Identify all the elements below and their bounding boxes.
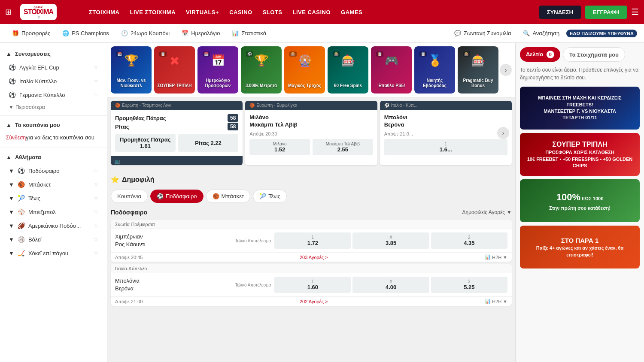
- popular-markets-button[interactable]: Δημοφιλείς Αγορές ▼: [462, 209, 512, 215]
- team2-name-3: Βερόνα: [384, 121, 404, 128]
- chevron-down-icon-hockey: ▼: [9, 250, 14, 256]
- nav-virtuals[interactable]: VIRTUALS+: [186, 9, 219, 15]
- carousel-emoji-5: 🎡: [298, 54, 312, 67]
- nav-live-casino[interactable]: LIVE CASINO: [293, 9, 331, 15]
- sidebar-sport-american-football[interactable]: ▼ 🏈 Αμερικάνικο Ποδόσ... ☆: [0, 219, 107, 232]
- promo-banner-para1[interactable]: ΣΤΟ ΠΑΡΑ 1 Παίξε 4+ αγώνες και αν χάσεις…: [520, 226, 640, 268]
- sidebar-more[interactable]: ▼ Περισσότερα: [0, 102, 107, 113]
- carousel-card-bg-8: 📋 🏅 Νικητής Εβδομάδας: [414, 46, 455, 94]
- sidebar-sport-hockey[interactable]: ▼ 🏒 Χόκεϊ επί πάγου ☆: [0, 246, 107, 260]
- login-button[interactable]: ΣΥΝΔΕΣΗ: [539, 6, 581, 19]
- promo-banner-super-tripli[interactable]: ΣΟΥΠΕΡ ΤΡΙΠΛΗ ΠΡΟΣΦΟΡΑ ΧΩΡΙΣ ΚΑΤΑΘΕΣΗ 10…: [520, 133, 640, 176]
- sidebar-sport-football[interactable]: ▼ ⚽ Ποδόσφαιρο ☆: [0, 164, 107, 178]
- match-card-3-body: Μπολόνι Βερόνα Απόψε 21:0... 1 1.6...: [380, 110, 512, 160]
- carousel-card-magikos[interactable]: 🎰 🎡 Μαγικός Τροχός: [284, 46, 325, 94]
- grid-icon[interactable]: ⊞: [5, 7, 12, 17]
- odd-a-1[interactable]: 1 1.72: [274, 232, 351, 249]
- odd-val-1-2: 2.22: [210, 140, 221, 146]
- coupons-header[interactable]: ▲ Τα κουπόνια μου: [0, 118, 107, 132]
- promo-banner-ps-champions[interactable]: ΜΠΑΙΝΕΙΣ ΣΤΗ ΜΑΧΗ ΚΑΙ ΚΕΡΔΙΖΕΙΣ FREEBETS…: [520, 87, 640, 130]
- odd-a-2[interactable]: 2 4.35: [431, 232, 507, 249]
- promo-banner-ps-img: ΜΠΑΙΝΕΙΣ ΣΤΗ ΜΑΧΗ ΚΑΙ ΚΕΡΔΙΖΕΙΣ FREEBETS…: [520, 87, 640, 130]
- sidebar-sport-baseball[interactable]: ▼ ⚾ Μπέιζμπολ ☆: [0, 205, 107, 219]
- pop-tab-tennis[interactable]: 🎾 Τένις: [253, 190, 287, 203]
- carousel-emoji-8: 🏅: [428, 54, 442, 67]
- logo-area[interactable]: game STOIXIMA .gr: [20, 4, 80, 20]
- match-odd-1-1[interactable]: Προμηθέας Πάτρας 1.61: [115, 134, 176, 152]
- match-teams-3: Μπολόνι Βερόνα: [384, 114, 507, 128]
- betslip-tab-my-bets[interactable]: Τα Στοιχήματά μου: [563, 47, 625, 62]
- match-markets-a[interactable]: 203 Αγορές >: [300, 255, 328, 260]
- nav-slots[interactable]: SLOTS: [263, 9, 283, 15]
- pop-tab-football[interactable]: ⚽ Ποδόσφαιρο: [150, 190, 204, 203]
- sidebar-sport-volleyball[interactable]: ▼ 🏐 Βόλεϊ ☆: [0, 232, 107, 246]
- nav-games[interactable]: GAMES: [341, 9, 362, 15]
- match-odds-row-3: 1 1.6...: [384, 139, 507, 155]
- coupons-login-link[interactable]: Σύνδεση: [6, 135, 26, 141]
- carousel-card-free-spins[interactable]: 🎰 🎰 60 Free Spins: [328, 46, 368, 94]
- carousel-card-nikitis[interactable]: 📋 🏅 Νικητής Εβδομάδας: [414, 46, 455, 94]
- match-row-a: Σκωτία-Πρέμιερσιπ Χιμπέρνιαν Ρος Κάουντι…: [111, 220, 512, 262]
- odd-a-x[interactable]: X 3.85: [352, 232, 429, 249]
- nav-stoixima[interactable]: ΣΤΟΙΧΗΜΑ: [89, 9, 120, 15]
- chevron-down-icon-football: ▼: [9, 168, 14, 174]
- logo: game STOIXIMA .gr: [20, 4, 57, 20]
- sidebar-sport-tennis[interactable]: ▼ 🎾 Τένις ☆: [0, 191, 107, 205]
- snav-prosfores[interactable]: 🎁 Προσφορές: [7, 27, 55, 39]
- carousel-label-2: ΣΟΥΠΕΡ ΤΡΙΠΛΗ: [157, 83, 191, 88]
- snav-search[interactable]: 🔍 Αναζήτηση: [518, 27, 565, 39]
- sidebar-item-germany[interactable]: ⚽ Γερμανία Κύπελλο ☆: [0, 88, 107, 102]
- chevron-down-icon-basketball: ▼: [9, 181, 14, 188]
- pop-tab-kouponia[interactable]: Κουπόνια: [111, 190, 148, 203]
- carousel-card-bg-6: 🎰 🎰 60 Free Spins: [328, 46, 368, 94]
- carousel-small-icon-7: 📋: [376, 51, 383, 57]
- sidebar-sport-basketball[interactable]: ▼ 🏀 Μπάσκετ ☆: [0, 178, 107, 191]
- betslip-tab-active[interactable]: Δελτίο 0: [520, 47, 560, 62]
- carousel-card-super-tripli[interactable]: 📋 ✖ ΣΟΥΠΕΡ ΤΡΙΠΛΗ: [154, 46, 195, 94]
- carousel-card-imerologio[interactable]: 📅 📅 Ημερολόγιο Προσφορών: [197, 46, 238, 94]
- odd-head-b-1: 1: [276, 279, 349, 284]
- result-label-b: Τελικό Αποτέλεσμα: [235, 283, 271, 287]
- carousel-small-icon-8: 📋: [419, 51, 427, 57]
- promo-banner-100[interactable]: 100% ΕΩΣ 100€ Στην πρώτη σου κατάθεση!: [520, 179, 640, 222]
- register-button[interactable]: ΕΓΓΡΑΦΗ: [585, 6, 627, 19]
- carousel-next-button[interactable]: ›: [500, 64, 512, 76]
- football-label: Ποδόσφαιρο: [28, 168, 60, 174]
- h2h-button-a[interactable]: 📊 H2H ▼: [485, 254, 507, 260]
- match3-next-button[interactable]: ›: [497, 127, 509, 139]
- sports-header[interactable]: ▲ Αθλήματα: [0, 151, 107, 164]
- snav-statistics[interactable]: 📊 Στατιστικά: [227, 27, 271, 39]
- sidebar-item-england[interactable]: ⚽ Αγγλία EFL Cup ☆: [0, 60, 107, 74]
- match-odd-3-1[interactable]: 1 1.6...: [384, 139, 507, 155]
- match-odd-2-2[interactable]: Μακάμπι Τελ Αβίβ 2.55: [313, 139, 373, 155]
- sidebar-item-italy[interactable]: ⚽ Ιταλία Κύπελλο ☆: [0, 74, 107, 88]
- carousel-card-pragmatic[interactable]: 🎰 🎰 Pragmatic Buy Bonus: [458, 46, 498, 94]
- carousel-card-metriti[interactable]: ⚽ 🏆 3.000€ Μετρητά: [241, 46, 282, 94]
- nav-casino[interactable]: CASINO: [229, 9, 252, 15]
- carousel-card-ps-champions[interactable]: 📅 🏆 Μαν. Γιουν. vs Νιούκαστλ: [111, 46, 152, 94]
- match-odd-2-1[interactable]: Μιλάνο 1.52: [249, 139, 310, 155]
- coupons-section: Σύνδεσηγια να δεις τα κουπόνια σου: [0, 132, 107, 145]
- snav-ps-champions[interactable]: 🌐 PS Champions: [57, 27, 114, 39]
- snav-calendar[interactable]: 📅 Ημερολόγιο: [176, 27, 225, 39]
- match-markets-b[interactable]: 202 Αγορές >: [300, 299, 328, 304]
- snav-live-chat[interactable]: 💬 Ζωντανή Συνομιλία: [449, 27, 516, 39]
- match-card-2-body: Μιλάνο Μακάμπι Τελ Αβίβ Απόψε 20:30 Μιλά…: [245, 110, 377, 160]
- nav-live-stoixima[interactable]: LIVE ΣΤΟΙΧΗΜΑ: [130, 9, 176, 15]
- pop-tab-basketball[interactable]: 🏀 Μπάσκετ: [206, 190, 251, 203]
- carousel-card-ps5[interactable]: 📋 🎮 Έπαθλο PS5!: [371, 46, 412, 94]
- odd-b-2[interactable]: 2 5.25: [431, 277, 507, 293]
- snav-24h-coupon[interactable]: 🕐 24ωρο Κουπόνι: [116, 27, 175, 39]
- pop-tab-tennis-label: Τένις: [268, 193, 280, 199]
- h2h-button-b[interactable]: 📊 H2H ▼: [485, 299, 507, 304]
- top-navigation: ⊞ game STOIXIMA .gr ΣΤΟΙΧΗΜΑ LIVE ΣΤΟΙΧΗ…: [0, 0, 644, 24]
- betslip-tabs: Δελτίο 0 Τα Στοιχήματά μου: [520, 47, 640, 62]
- match-odd-1-2[interactable]: Ρίτας 2.22: [178, 134, 239, 152]
- odd-b-x[interactable]: X 4.00: [352, 277, 429, 293]
- hockey-sport-icon: 🏒: [18, 250, 25, 256]
- shortcuts-header[interactable]: ▲ Συντομεύσεις: [0, 47, 107, 60]
- match-team1-3: Μπολόνι: [384, 114, 507, 121]
- stats-icon: 📊: [232, 30, 239, 36]
- hamburger-menu[interactable]: ☰: [631, 7, 639, 17]
- odd-b-1[interactable]: 1 1.60: [274, 277, 351, 293]
